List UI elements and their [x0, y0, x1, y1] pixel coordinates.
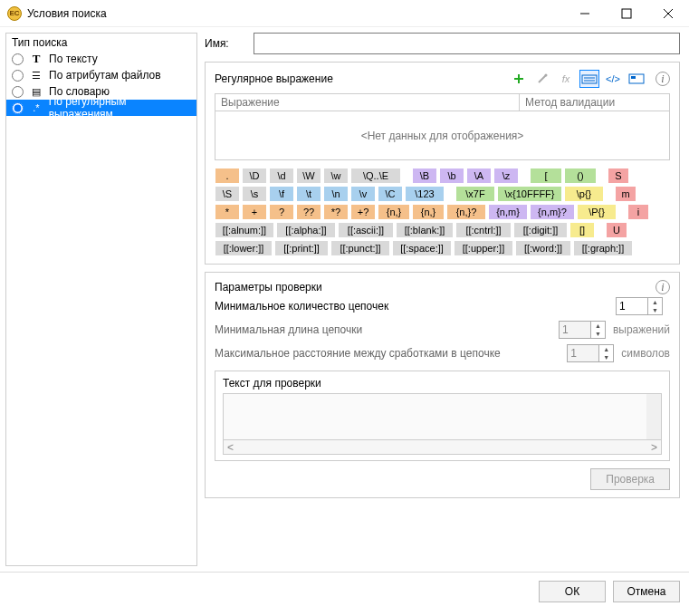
token-button[interactable]: i — [627, 204, 649, 220]
text-icon: T — [29, 52, 43, 66]
token-button[interactable]: S — [608, 168, 629, 184]
info-icon[interactable]: i — [656, 280, 670, 294]
token-button[interactable]: U — [606, 222, 627, 238]
card-icon[interactable] — [627, 70, 646, 88]
name-input[interactable] — [254, 33, 680, 54]
test-textbox[interactable] — [223, 393, 662, 440]
expression-grid[interactable]: Выражение Метод валидации <Нет данных дл… — [215, 93, 670, 160]
dialog-footer: ОК Отмена — [0, 572, 689, 610]
maximize-button[interactable] — [606, 0, 647, 26]
sidebar-item-1[interactable]: ☰ По атрибутам файлов — [6, 67, 196, 83]
token-button[interactable]: [[:upper:]] — [454, 240, 513, 256]
col-validation-method[interactable]: Метод валидации — [520, 94, 669, 111]
token-button[interactable]: . — [215, 168, 240, 184]
spin-up-icon[interactable]: ▲ — [648, 298, 662, 306]
token-button[interactable]: \w — [323, 168, 349, 184]
sidebar-radio[interactable] — [12, 86, 24, 98]
add-icon[interactable] — [509, 70, 529, 88]
token-button[interactable]: [[:alpha:]] — [276, 222, 336, 238]
token-button[interactable]: [[:print:]] — [274, 240, 329, 256]
token-button[interactable]: \S — [215, 186, 240, 202]
param-label: Максимальное расстояние между сработками… — [215, 347, 567, 360]
spin-down-icon: ▼ — [591, 330, 605, 338]
dictionary-icon: ▤ — [29, 86, 43, 98]
token-button[interactable]: [[:ascii:]] — [338, 222, 394, 238]
minimize-button[interactable] — [564, 0, 606, 26]
token-button[interactable]: [[:digit:]] — [513, 222, 568, 238]
scrollbar-vertical[interactable] — [646, 394, 661, 439]
cancel-button[interactable]: Отмена — [613, 581, 680, 602]
token-button[interactable]: [[:punct:]] — [330, 240, 390, 256]
main-area: Имя: Регулярное выражение fx</> i Выраже… — [201, 27, 689, 572]
token-button[interactable]: m — [615, 186, 636, 202]
token-button[interactable]: \z — [493, 168, 519, 184]
spin-up-icon: ▲ — [599, 345, 613, 353]
sidebar-radio[interactable] — [12, 53, 24, 65]
sidebar-radio[interactable] — [12, 102, 24, 114]
token-button[interactable]: \x{10FFFF} — [497, 186, 562, 202]
token-button[interactable]: \C — [378, 186, 403, 202]
sidebar-radio[interactable] — [12, 70, 24, 82]
scrollbar-horizontal[interactable]: <> — [223, 440, 662, 455]
ok-button[interactable]: ОК — [539, 581, 606, 602]
token-button[interactable]: \Q..\E — [350, 168, 401, 184]
token-button[interactable]: [ — [530, 168, 562, 184]
sidebar-item-0[interactable]: T По тексту — [6, 51, 196, 67]
token-button[interactable]: \f — [269, 186, 294, 202]
token-button[interactable]: [[:alnum:]] — [215, 222, 274, 238]
token-button[interactable]: \123 — [405, 186, 445, 202]
sidebar-item-label: По атрибутам файлов — [49, 69, 161, 82]
token-button[interactable]: \D — [242, 168, 267, 184]
fx-icon[interactable]: fx — [556, 70, 576, 88]
token-button[interactable]: \t — [296, 186, 321, 202]
token-button[interactable]: +? — [350, 204, 376, 220]
token-button[interactable]: \b — [439, 168, 464, 184]
info-icon[interactable]: i — [656, 72, 670, 86]
token-button[interactable]: [[:blank:]] — [396, 222, 454, 238]
token-button[interactable]: {n,m} — [488, 204, 528, 220]
token-button[interactable]: \s — [242, 186, 267, 202]
param-spinner[interactable]: ▲▼ — [616, 297, 663, 315]
param-input[interactable] — [617, 298, 647, 314]
token-button[interactable]: \x7F — [455, 186, 495, 202]
token-button[interactable]: {n,} — [412, 204, 445, 220]
close-button[interactable] — [647, 0, 689, 26]
token-button[interactable]: \p{} — [564, 186, 604, 202]
code-icon[interactable]: </> — [603, 70, 623, 88]
param-spinner: ▲▼ — [567, 344, 614, 362]
token-button[interactable]: {n,} — [378, 204, 410, 220]
token-button[interactable]: \W — [296, 168, 321, 184]
token-button[interactable]: *? — [323, 204, 349, 220]
param-label: Минимальная длина цепочки — [215, 323, 559, 336]
sidebar-item-3[interactable]: .* По регулярным выражениям — [6, 100, 196, 116]
token-button[interactable]: [[:word:]] — [515, 240, 571, 256]
regex-icon: .* — [29, 102, 43, 113]
token-button[interactable]: {n,}? — [446, 204, 486, 220]
col-expression[interactable]: Выражение — [215, 94, 520, 111]
token-button[interactable]: \B — [412, 168, 437, 184]
token-button[interactable]: [[:cntrl:]] — [455, 222, 512, 238]
token-button[interactable]: + — [242, 204, 267, 220]
token-button[interactable]: [[:space:]] — [392, 240, 452, 256]
token-button[interactable]: () — [564, 168, 597, 184]
token-button[interactable]: ?? — [296, 204, 321, 220]
token-button[interactable]: [[:lower:]] — [215, 240, 273, 256]
token-button[interactable]: \P{} — [577, 204, 617, 220]
token-button[interactable]: \n — [323, 186, 349, 202]
token-button[interactable]: {n,m}? — [530, 204, 575, 220]
token-button[interactable]: ? — [269, 204, 294, 220]
check-button[interactable]: Проверка — [590, 468, 670, 490]
test-label: Текст для проверки — [223, 377, 662, 390]
sidebar-item-label: По тексту — [49, 53, 98, 65]
titlebar: EC Условия поиска — [0, 0, 689, 27]
grid-empty-text: <Нет данных для отображения> — [215, 111, 669, 159]
token-button[interactable]: [[:graph:]] — [573, 240, 633, 256]
token-button[interactable]: [] — [569, 222, 595, 238]
token-button[interactable]: \d — [269, 168, 294, 184]
token-button[interactable]: \A — [466, 168, 492, 184]
keyboard-icon[interactable] — [579, 70, 599, 88]
wand-icon[interactable] — [532, 70, 552, 88]
spin-down-icon[interactable]: ▼ — [648, 306, 662, 314]
token-button[interactable]: \v — [350, 186, 376, 202]
token-button[interactable]: * — [215, 204, 240, 220]
